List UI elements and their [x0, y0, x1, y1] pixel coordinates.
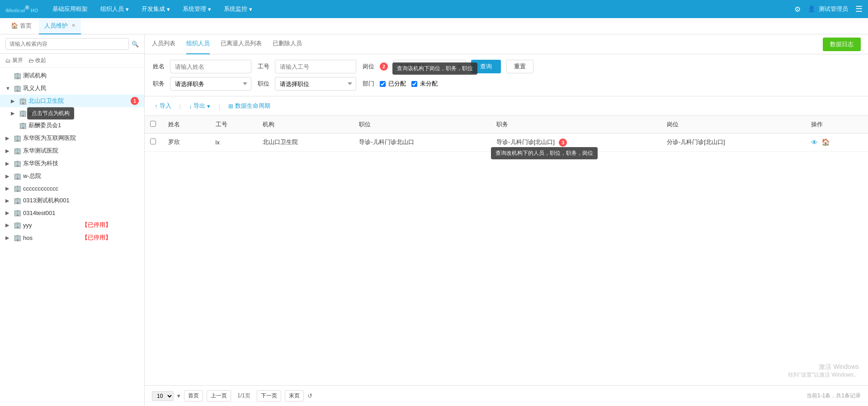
user-icon: 👤 [808, 5, 815, 12]
toolbar-divider2: | [218, 103, 220, 110]
activation-line1: 激活 Windows [788, 363, 859, 371]
export-button[interactable]: ↓ 导出 ▾ [186, 100, 213, 112]
page-current: 1/1页 [235, 392, 253, 400]
tree-node-0314[interactable]: ▶ 🏢 0314test001 [0, 207, 144, 219]
col-position: 岗位 [661, 116, 806, 134]
settings-icon[interactable]: ⚙ [794, 5, 801, 14]
top-nav-right: ⚙ 👤 测试管理员 ☰ [794, 4, 863, 14]
sidebar-search-area: 🔍 [0, 34, 144, 54]
org-icon5: 🏢 [19, 122, 27, 129]
tree-node-beishankou[interactable]: ▶ 🏢 北山口卫生院 1 点击节点为机构 [0, 95, 144, 107]
tree-label6: 东华医为互联网医院 [23, 134, 139, 142]
subtab-org-personnel[interactable]: 组织人员 [186, 34, 210, 54]
org-icon14: 🏢 [14, 234, 21, 241]
badge-2: 2 [380, 62, 388, 71]
tree-label-stopped13: 【已停用】 [82, 221, 139, 229]
tree-node-hos[interactable]: ▶ 🏢 hos 【已停用】 [0, 231, 144, 244]
title-select[interactable]: 请选择职位 [275, 77, 356, 91]
import-button[interactable]: ↑ 导入 [152, 100, 174, 112]
expand-all-btn[interactable]: 🗂 展开 [5, 57, 23, 64]
top-nav: iMedical® HO 基础应用框架 组织人员 ▾ 开发集成 ▾ 系统管理 ▾… [0, 0, 868, 18]
nav-sys-manage[interactable]: 系统管理 ▾ [177, 0, 217, 18]
nav-basic-framework[interactable]: 基础应用框架 [47, 0, 93, 18]
page-size-select[interactable]: 10 [152, 391, 174, 401]
tree-node-donghua-test[interactable]: ▶ 🏢 东华测试医院 [0, 144, 144, 157]
badge-1: 1 [131, 97, 139, 105]
assigned-checkbox-group: 已分配 [380, 80, 406, 88]
subtab-personnel-list[interactable]: 人员列表 [152, 34, 175, 54]
tree-node-cccc[interactable]: ▶ 🏢 cccccccccccc [0, 182, 144, 194]
nav-dev-integration[interactable]: 开发集成 ▾ [136, 0, 175, 18]
nav-org-personnel[interactable]: 组织人员 ▾ [95, 0, 134, 18]
tree-node-gonyi[interactable]: ▼ 🏢 巩义人民 [0, 82, 144, 95]
job-num-input[interactable] [275, 60, 356, 73]
tree-label7: 东华测试医院 [23, 147, 139, 155]
user-info: 👤 测试管理员 [808, 5, 848, 13]
content-area: 人员列表 组织人员 已离退人员列表 已删除人员 数据日志 姓名 工号 [145, 34, 868, 406]
tree-arrow9: ▶ [5, 173, 12, 179]
row-checkbox[interactable] [150, 139, 156, 144]
refresh-icon[interactable]: ↺ [307, 392, 312, 399]
job-num-label: 工号 [257, 62, 269, 71]
nav-dropdown-icon: ▾ [126, 6, 129, 13]
last-page-button[interactable]: 末页 [285, 390, 304, 401]
tree-node-test-org[interactable]: 🏢 测试机构 [0, 69, 144, 82]
brand-sup: ® [25, 5, 29, 11]
tab-personnel-maintenance[interactable]: 人员维护 ✕ [39, 18, 81, 34]
duty-label: 职务 [152, 80, 165, 88]
table-row: 罗欣 lx 北山口卫生院 导诊-儿科门诊北山口 导诊-儿科门诊[北山口] 3 [145, 134, 868, 152]
lifecycle-button[interactable]: ⊞ 数据生命周期 [226, 100, 273, 112]
brand-name: iMedical [5, 8, 25, 13]
first-page-button[interactable]: 首页 [184, 390, 203, 401]
top-nav-menu: 基础应用框架 组织人员 ▾ 开发集成 ▾ 系统管理 ▾ 系统监控 ▾ [47, 0, 258, 18]
unassigned-checkbox[interactable] [411, 81, 417, 87]
org-icon12: 🏢 [14, 209, 21, 216]
tree-node-salary[interactable]: 🏢 薪酬委员会1 [0, 119, 144, 132]
subtab-deleted[interactable]: 已删除人员 [273, 34, 302, 54]
tab-close-icon[interactable]: ✕ [71, 23, 75, 29]
page-size-arrow: ▾ [177, 392, 180, 399]
tree-node-0313[interactable]: ▶ 🏢 0313测试机构001 [0, 194, 144, 207]
assigned-checkbox[interactable] [380, 81, 386, 87]
tree-node-donghua-internet[interactable]: ▶ 🏢 东华医为互联网医院 [0, 132, 144, 144]
select-all-checkbox[interactable] [150, 121, 156, 127]
tree-node-w-hospital[interactable]: ▶ 🏢 w-总院 [0, 170, 144, 182]
tree-label2: 巩义人民 [23, 84, 139, 92]
sidebar: 🔍 🗂 展开 🗁 收起 🏢 测试机构 ▼ 🏢 巩义人民 [0, 34, 145, 406]
reset-button[interactable]: 重置 [506, 60, 533, 73]
name-input[interactable] [170, 60, 251, 73]
col-title: 职位 [354, 116, 491, 134]
prev-page-button[interactable]: 上一页 [207, 390, 231, 401]
org-icon4: 🏢 [19, 110, 27, 117]
view-icon[interactable]: 👁 [811, 139, 818, 146]
col-org: 机构 [257, 116, 354, 134]
org-icon2: 🏢 [14, 85, 21, 92]
tree-label: 测试机构 [23, 72, 139, 80]
collapse-all-btn[interactable]: 🗁 收起 [28, 57, 46, 64]
tree-node-donghua-tech[interactable]: ▶ 🏢 东华医为科技 [0, 157, 144, 170]
search-area: 姓名 工号 岗位 2 查询该机构下岗位，职务，职位 请选择岗位 查询 重置 [145, 54, 868, 96]
org-icon11: 🏢 [14, 197, 21, 204]
nav-sys-monitor[interactable]: 系统监控 ▾ [218, 0, 258, 18]
tab-home[interactable]: 🏠 首页 [5, 18, 37, 34]
tree-arrow13: ▶ [5, 222, 12, 228]
col-action: 操作 [806, 116, 868, 134]
export-icon: ↓ [189, 103, 192, 110]
subtab-retired[interactable]: 已离退人员列表 [221, 34, 262, 54]
data-log-button[interactable]: 数据日志 [823, 38, 861, 51]
sidebar-search-input[interactable] [5, 38, 129, 50]
row-actions: 👁 🏠 [806, 134, 868, 152]
org-icon: 🏢 [14, 72, 21, 79]
next-page-button[interactable]: 下一页 [257, 390, 281, 401]
duty-select[interactable]: 请选择职务 [170, 77, 251, 91]
tree-node-yyy[interactable]: ▶ 🏢 yyy 【已停用】 [0, 219, 144, 231]
expand-icon: 🗂 [5, 57, 11, 64]
row-org: 北山口卫生院 [257, 134, 354, 152]
row-job-num: lx [210, 134, 258, 152]
sidebar-search-icon[interactable]: 🔍 [132, 41, 139, 48]
tree-arrow10: ▶ [5, 186, 12, 191]
org-icon7: 🏢 [14, 147, 21, 154]
delete-icon[interactable]: 🏠 [821, 138, 830, 146]
hamburger-menu[interactable]: ☰ [855, 4, 863, 14]
row-position: 分诊-儿科门诊[北山口] [661, 134, 806, 152]
